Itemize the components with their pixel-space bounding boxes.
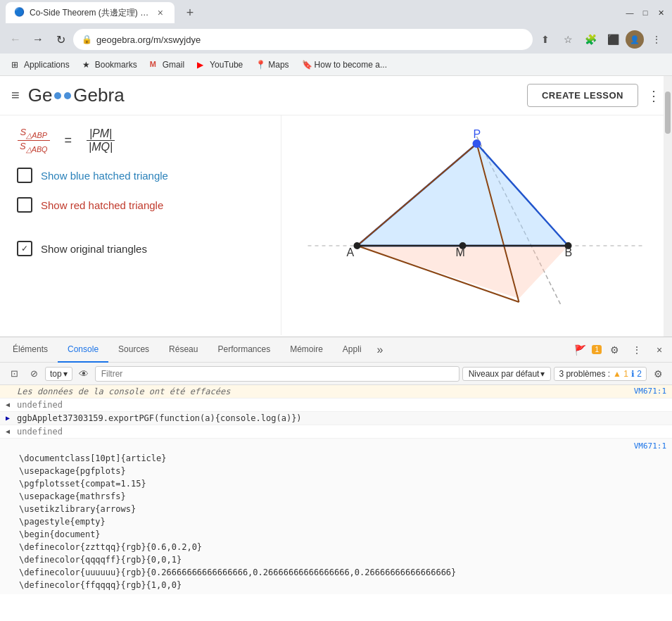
geogebra-logo: GeGebra — [28, 84, 125, 106]
address-input[interactable]: 🔒 geogebra.org/m/xswyjdye — [73, 29, 533, 50]
bookmark-youtube[interactable]: ▶ YouTube — [191, 57, 248, 73]
checkbox-blue[interactable] — [17, 168, 32, 183]
check-mark-icon: ✓ — [21, 244, 28, 253]
right-arrow-1: ▶ — [6, 414, 10, 422]
svg-marker-2 — [357, 144, 569, 246]
profile-avatar[interactable]: 👤 — [626, 30, 644, 49]
extensions-button[interactable]: 🧩 — [581, 30, 600, 49]
more-options-button[interactable]: ⋮ — [647, 30, 666, 49]
tab-favicon: 🔵 — [14, 7, 25, 18]
left-arrow-1: ◀ — [6, 401, 10, 408]
page-content: ≡ GeGebra CREATE LESSON ⋮ S△ABP S△ABQ = — [0, 76, 672, 337]
bookmark-bookmarks-label: Bookmarks — [95, 60, 137, 70]
code-line-10: \definecolor{ffqqqq}{rgb}{1,0,0} — [19, 579, 666, 591]
console-content: Les données de la console ont été effacé… — [0, 385, 672, 621]
checkbox-red-row: Show red hatched triangle — [17, 197, 264, 213]
svg-text:P: P — [474, 128, 481, 140]
close-button[interactable]: ✕ — [655, 7, 666, 18]
bookmarks-icon: ★ — [82, 60, 92, 70]
left-arrow-2: ◀ — [6, 427, 10, 435]
code-line-5: \pagestyle{empty} — [19, 515, 666, 528]
title-bar: 🔵 Co-Side Theorem (共邊定理) – G... × + — □ … — [0, 0, 672, 25]
devtools-more-button[interactable]: ⋮ — [627, 340, 647, 360]
checkbox-red[interactable] — [17, 197, 32, 213]
console-undefined-2: ◀ undefined — [0, 425, 672, 439]
address-text: geogebra.org/m/xswyjdye — [96, 34, 201, 45]
share-button[interactable]: ⬆ — [535, 30, 555, 49]
devtools-badge-icon: 🚩 — [574, 344, 586, 356]
new-tab-button[interactable]: + — [180, 3, 200, 23]
console-code-block: VM671:1 \documentclass[10pt]{article} \u… — [0, 439, 672, 594]
code-line-7: \definecolor{zzttqq}{rgb}{0.6,0.2,0} — [19, 541, 666, 553]
bookmark-maps[interactable]: 📍 Maps — [250, 57, 294, 73]
checkbox-original[interactable]: ✓ — [17, 241, 32, 256]
devtools-context-select[interactable]: top ▾ — [45, 367, 72, 381]
devtools-toolbar: ⊡ ⊘ top ▾ 👁 Niveaux par défaut ▾ 3 probl… — [0, 363, 672, 385]
devtools-close-button[interactable]: × — [649, 340, 669, 360]
bookmark-maps-label: Maps — [268, 60, 289, 70]
hamburger-menu-button[interactable]: ≡ — [11, 87, 20, 104]
devtools-levels-arrow: ▾ — [540, 369, 545, 379]
bookmark-star-button[interactable]: ☆ — [558, 30, 578, 49]
console-vm671-link[interactable]: VM671:1 — [634, 441, 666, 451]
formula-fraction-left: S△ABP S△ABQ — [17, 127, 51, 153]
bookmark-gmail[interactable]: M Gmail — [144, 57, 190, 73]
console-cmd-text: ggbApplet37303159.exportPGF(function(a){… — [17, 413, 302, 423]
console-cleared-message: Les données de la console ont été effacé… — [0, 385, 672, 399]
geogebra-header: ≡ GeGebra CREATE LESSON ⋮ — [0, 76, 672, 115]
bookmark-how-to-become[interactable]: 🔖 How to become a... — [296, 57, 393, 73]
devtools-stop-button[interactable]: ⊘ — [25, 365, 42, 382]
devtools-eye-button[interactable]: 👁 — [75, 365, 92, 382]
tablet-button[interactable]: ⬛ — [603, 30, 623, 49]
forward-button[interactable]: → — [28, 30, 48, 49]
maximize-button[interactable]: □ — [640, 7, 651, 18]
geometry-svg: A B P M — [281, 115, 672, 335]
devtools-console-settings-button[interactable]: ⚙ — [649, 365, 666, 382]
devtools-filter-input[interactable] — [95, 366, 459, 382]
devtools-tab-reseau[interactable]: Réseau — [159, 337, 208, 363]
page-scrollbar[interactable] — [664, 76, 672, 337]
browser-chrome: 🔵 Co-Side Theorem (共邊定理) – G... × + — □ … — [0, 0, 672, 621]
window-controls: — □ ✕ — [624, 7, 666, 18]
lock-icon: 🔒 — [82, 34, 92, 44]
devtools-tab-performances[interactable]: Performances — [208, 337, 280, 363]
devtools-problems-label: 3 problèmes : — [559, 369, 610, 379]
devtools-problems-badge[interactable]: 3 problèmes : ▲ 1 ℹ 2 — [554, 367, 647, 381]
devtools-tab-elements[interactable]: Éléments — [3, 337, 58, 363]
geogebra-more-button[interactable]: ⋮ — [647, 87, 661, 104]
minimize-button[interactable]: — — [624, 7, 635, 18]
bookmark-bookmarks[interactable]: ★ Bookmarks — [77, 57, 143, 73]
bookmark-gmail-label: Gmail — [163, 60, 184, 70]
formula-numerator: S△ABP — [18, 127, 50, 141]
devtools-tab-sources[interactable]: Sources — [108, 337, 159, 363]
geometry-canvas: A B P M — [281, 115, 672, 335]
devtools-settings-button[interactable]: ⚙ — [604, 340, 624, 360]
console-undef-text-2: undefined — [17, 427, 63, 437]
devtools-cursor-button[interactable]: ⊡ — [6, 365, 23, 382]
devtools-panel: Éléments Console Sources Réseau Performa… — [0, 337, 672, 621]
reload-button[interactable]: ↻ — [51, 30, 70, 49]
devtools-levels-select[interactable]: Niveaux par défaut ▾ — [462, 367, 552, 381]
bookmarks-bar: ⊞ Applications ★ Bookmarks M Gmail ▶ You… — [0, 54, 672, 76]
code-line-0: \documentclass[10pt]{article} — [19, 452, 666, 465]
console-vm227-link[interactable]: VM671:1 — [634, 387, 666, 396]
devtools-tab-memoire[interactable]: Mémoire — [280, 337, 333, 363]
devtools-top-label: top — [50, 369, 62, 379]
bookmark-how-to-become-label: How to become a... — [315, 60, 387, 70]
active-tab[interactable]: 🔵 Co-Side Theorem (共邊定理) – G... × — [6, 2, 175, 23]
checkbox-red-label: Show red hatched triangle — [41, 199, 163, 211]
create-lesson-button[interactable]: CREATE LESSON — [527, 84, 638, 107]
page-scrollbar-thumb[interactable] — [665, 92, 671, 134]
svg-point-11 — [473, 139, 481, 148]
checkbox-blue-label: Show blue hatched triangle — [41, 170, 168, 182]
devtools-more-tabs-button[interactable]: » — [372, 344, 389, 356]
checkbox-original-row: ✓ Show original triangles — [17, 241, 264, 256]
formula-denominator: S△ABQ — [17, 141, 51, 154]
devtools-tabs-bar: Éléments Console Sources Réseau Performa… — [0, 337, 672, 363]
svg-text:M: M — [456, 246, 465, 258]
bookmark-applications[interactable]: ⊞ Applications — [6, 57, 75, 73]
tab-close-button[interactable]: × — [155, 6, 166, 20]
back-button[interactable]: ← — [6, 30, 25, 49]
devtools-tab-appli[interactable]: Appli — [333, 337, 372, 363]
devtools-tab-console[interactable]: Console — [58, 337, 108, 363]
